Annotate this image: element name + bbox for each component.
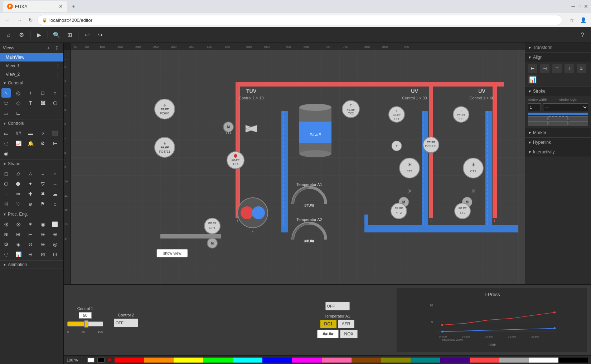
ctrl-pipe2[interactable]: ⊢ — [50, 139, 60, 148]
forward-btn[interactable]: → — [14, 15, 24, 25]
hyperlink-header[interactable]: ▼ Hyperlink — [525, 138, 591, 147]
color-seg-11[interactable] — [411, 358, 440, 363]
refresh-btn[interactable]: ↻ — [26, 15, 36, 25]
ctrl-gauge[interactable]: ◌ — [1, 139, 11, 148]
dc1-btn[interactable]: DC1 — [320, 320, 336, 328]
slider-thumb[interactable] — [84, 320, 88, 328]
align-left[interactable]: ⊢ — [528, 64, 537, 73]
export-view-btn[interactable]: ↧ — [53, 44, 60, 51]
shape-wavy[interactable]: ⌣ — [38, 169, 48, 178]
color-seg-7[interactable] — [292, 358, 322, 363]
stroke-style-select[interactable]: — - - ··· — [543, 103, 588, 111]
pe-flow[interactable]: ⊝ — [38, 240, 48, 249]
ctrl-switch[interactable]: ⬛ — [50, 129, 60, 138]
dash-solid[interactable] — [528, 116, 548, 120]
color-seg-3[interactable] — [174, 358, 203, 363]
stroke-width-input[interactable] — [528, 103, 541, 111]
stroke-header[interactable]: ▼ Stroke — [525, 87, 591, 96]
view-item-view2[interactable]: View_2 ⋮ — [0, 70, 63, 79]
close-btn[interactable]: ✕ — [584, 4, 588, 9]
pe-motor[interactable]: ◉ — [38, 220, 48, 229]
color-seg-10[interactable] — [381, 358, 411, 363]
align-center-h[interactable]: ⊣ — [540, 64, 549, 73]
tool-extra[interactable]: ⬡ — [50, 98, 60, 108]
add-view-btn[interactable]: + — [45, 44, 52, 51]
color-seg-5[interactable] — [233, 358, 263, 363]
color-seg-9[interactable] — [352, 358, 381, 363]
pe-pipe[interactable]: ⊢ — [26, 230, 35, 239]
align-right[interactable]: ⊤ — [552, 64, 562, 73]
shape-tri2[interactable]: ▽ — [38, 179, 48, 188]
switch-toggle[interactable]: OFF — [325, 302, 350, 310]
align-top[interactable]: ⊥ — [565, 64, 574, 73]
view-more-view2[interactable]: ⋮ — [55, 72, 60, 77]
shape-arr2[interactable]: ⇒ — [14, 189, 23, 198]
tool-image[interactable]: 🖼 — [38, 98, 48, 108]
shape-misc[interactable]: ⌀ — [26, 199, 35, 208]
proc-eng-header[interactable]: ▼ Proc. Eng. — [0, 210, 63, 218]
align-header[interactable]: ▼ Align — [525, 53, 591, 62]
address-bar[interactable]: 🔒 localhost:4200/editor — [37, 15, 562, 25]
align-bottom[interactable]: ≡ — [577, 64, 586, 73]
shape-cross[interactable]: ✖ — [38, 189, 48, 198]
ctrl-bar[interactable]: ▬ — [26, 129, 35, 138]
pe-gear[interactable]: ⚙ — [1, 240, 11, 249]
interactivity-header[interactable]: ▼ Interactivity — [525, 147, 591, 157]
play-btn[interactable]: ▶ — [33, 29, 45, 41]
ctrl-display[interactable]: ▭ — [1, 129, 11, 138]
shape-wave2[interactable]: ⌢ — [50, 179, 60, 188]
color-seg-15[interactable] — [529, 358, 559, 363]
ctrl-chart[interactable]: 📈 — [14, 139, 23, 148]
tool-circle-small[interactable]: ◎ — [14, 88, 23, 98]
canvas-container[interactable]: 1 2 3 4 5 6 7 8 9 10 11 — [64, 50, 525, 284]
ctrl-toggle[interactable]: ◉ — [1, 149, 11, 158]
shape-circle[interactable]: ○ — [50, 169, 60, 178]
color-seg-6[interactable] — [262, 358, 292, 363]
align-distrib[interactable]: 📊 — [528, 75, 537, 84]
shape-diamond[interactable]: ◇ — [14, 169, 23, 178]
shape-hex[interactable]: ⬡ — [1, 179, 11, 188]
profile-btn[interactable]: 👤 — [578, 15, 588, 25]
shape-cyl[interactable]: ⌸ — [1, 199, 11, 208]
pe-filter[interactable]: ⊞ — [14, 230, 23, 239]
tab-close-btn[interactable]: ✕ — [59, 4, 63, 9]
color-seg-8[interactable] — [322, 358, 352, 363]
shape-oct[interactable]: ⯃ — [14, 179, 23, 188]
marker-header[interactable]: ▼ Marker — [525, 128, 591, 137]
control1-slider-track[interactable] — [67, 321, 103, 329]
tool-oval[interactable]: ⬭ — [1, 98, 11, 108]
maximize-btn[interactable]: □ — [578, 4, 581, 9]
controls-header[interactable]: ▼ Controls — [0, 119, 63, 127]
ctrl-dropdown[interactable]: ▿ — [38, 129, 48, 138]
shape-plus[interactable]: ✚ — [26, 189, 35, 198]
view-more-mainview[interactable]: ⋮ — [55, 54, 60, 60]
tool-arc[interactable]: ⌓ — [1, 108, 11, 118]
tool-rect[interactable]: □ — [38, 88, 48, 98]
back-btn[interactable]: ← — [3, 15, 13, 25]
pe-misc[interactable]: ⊕ — [50, 230, 60, 239]
color-seg-13[interactable] — [470, 358, 499, 363]
tool-text[interactable]: T — [26, 98, 35, 108]
pe-comp[interactable]: ⊜ — [26, 240, 35, 249]
scada-canvas[interactable]: TUV Control 1 > 10 UV Control 1 > 30 UV … — [71, 50, 525, 284]
shape-heart[interactable]: ♡ — [14, 199, 23, 208]
nox-btn[interactable]: NOX — [340, 330, 357, 338]
view-item-mainview[interactable]: MainView ⋮ — [0, 53, 63, 62]
pe-heat[interactable]: ≋ — [1, 230, 11, 239]
undo-btn[interactable]: ↩ — [81, 29, 93, 41]
color-seg-12[interactable] — [440, 358, 470, 363]
color-seg-1[interactable] — [115, 358, 144, 363]
browser-tab[interactable]: F FUXA ✕ — [3, 1, 67, 12]
dash-s3[interactable] — [568, 121, 588, 126]
general-header[interactable]: ▼ General — [0, 79, 63, 87]
color-seg-4[interactable] — [203, 358, 233, 363]
minimize-btn[interactable]: ─ — [572, 4, 575, 9]
home-btn[interactable]: ⌂ — [3, 29, 14, 41]
ctrl-script[interactable]: ⚙ — [38, 139, 48, 148]
view-item-view1[interactable]: View_1 ⋮ — [0, 62, 63, 70]
color-seg-16[interactable] — [558, 358, 588, 363]
shape-cloud[interactable]: ☁ — [50, 189, 60, 198]
shape-header[interactable]: ▼ Shape — [0, 160, 63, 168]
pe-extra[interactable]: ⊟ — [26, 250, 35, 259]
dash-dotted[interactable] — [568, 116, 588, 120]
